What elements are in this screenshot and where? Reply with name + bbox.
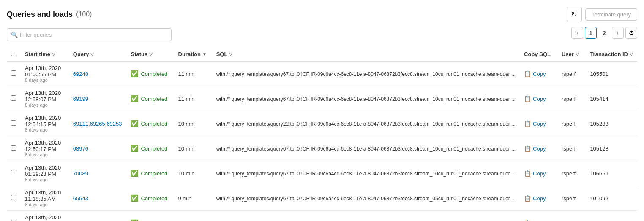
- start-time-cell: Apr 13th, 2020 12:54:15 PM 8 days ago: [21, 111, 69, 136]
- query-link[interactable]: 69111: [73, 121, 88, 127]
- search-input[interactable]: [7, 28, 172, 41]
- next-page-button[interactable]: ›: [612, 27, 624, 39]
- header-right: ↻ Terminate query: [567, 7, 637, 22]
- user-cell: rsperf: [557, 136, 586, 161]
- row-checkbox-2[interactable]: [11, 120, 16, 126]
- row-checkbox-5[interactable]: [11, 195, 16, 200]
- page-2-button[interactable]: 2: [598, 27, 610, 39]
- copy-sql-cell: 📋 Copy: [520, 186, 557, 211]
- copy-sql-cell: 📋 Copy: [520, 161, 557, 186]
- header-left: Queries and loads (100): [7, 10, 92, 19]
- copy-sql-button[interactable]: 📋 Copy: [524, 145, 546, 152]
- count-badge: (100): [76, 11, 92, 18]
- user-cell: rsperf: [557, 111, 586, 136]
- copy-sql-button[interactable]: 📋 Copy: [524, 170, 546, 177]
- table-row: Apr 13th, 2020 01:00:55 PM 8 days ago 69…: [7, 61, 637, 86]
- sql-text: with /* query_templates/query67.tpl.0 !C…: [216, 196, 516, 202]
- status-label: Completed: [141, 71, 167, 77]
- row-checkbox-3[interactable]: [11, 145, 16, 151]
- query-link[interactable]: 65543: [73, 195, 88, 202]
- start-time-filter-icon[interactable]: ▽: [52, 52, 55, 57]
- copy-sql-button[interactable]: 📋 Copy: [524, 95, 546, 102]
- copy-sql-cell: 📋 Copy: [520, 136, 557, 161]
- query-link[interactable]: 68976: [73, 146, 88, 152]
- query-link[interactable]: 69199: [73, 96, 88, 102]
- txn-id-cell: 105283: [586, 111, 637, 136]
- query-link[interactable]: 69253: [106, 121, 122, 127]
- terminate-query-button[interactable]: Terminate query: [585, 8, 637, 21]
- queries-table: Start time ▽ Query ▽ Status ▽: [7, 47, 637, 221]
- copy-label: Copy: [533, 170, 546, 177]
- row-checkbox-cell: [7, 211, 21, 221]
- pagination-row: ‹ 1 2 › ⚙: [571, 27, 637, 39]
- query-cell: 69111,69265,69253: [69, 111, 127, 136]
- query-link[interactable]: 69265: [90, 121, 105, 127]
- sql-cell: with /* query_templates/query67.tpl.0 !C…: [212, 136, 520, 161]
- refresh-button[interactable]: ↻: [567, 7, 582, 22]
- row-checkbox-cell: [7, 86, 21, 111]
- user-cell: rsperf: [557, 161, 586, 186]
- status-label: Completed: [141, 121, 167, 127]
- status-filter-icon[interactable]: ▽: [149, 52, 153, 57]
- status-cell: ✅ Completed: [126, 86, 174, 111]
- start-time-main: Apr 13th, 2020 01:00:55 PM: [25, 65, 65, 78]
- start-time-main: Apr 13th, 2020 12:40:30 PM: [25, 214, 65, 221]
- status-completed: ✅ Completed: [131, 170, 169, 177]
- start-time-relative: 8 days ago: [25, 78, 65, 83]
- start-time-main: Apr 13th, 2020 01:29:23 PM: [25, 164, 65, 177]
- user-filter-icon[interactable]: ▽: [576, 52, 579, 57]
- start-time-cell: Apr 13th, 2020 01:00:55 PM 8 days ago: [21, 61, 69, 86]
- copy-sql-cell: 📋 Copy: [520, 86, 557, 111]
- duration-cell: 9 min: [174, 186, 212, 211]
- sql-cell: with /* query_templates/query67.tpl.0 !C…: [212, 161, 520, 186]
- status-cell: ✅ Completed: [126, 211, 174, 221]
- table-row: Apr 13th, 2020 11:18:35 AM 8 days ago 65…: [7, 186, 637, 211]
- query-link[interactable]: 70089: [73, 170, 88, 177]
- table-row: Apr 13th, 2020 01:29:23 PM 8 days ago 70…: [7, 161, 637, 186]
- row-checkbox-1[interactable]: [11, 95, 16, 101]
- row-checkbox-cell: [7, 186, 21, 211]
- status-cell: ✅ Completed: [126, 161, 174, 186]
- copy-icon: 📋: [524, 195, 531, 202]
- row-checkbox-cell: [7, 61, 21, 86]
- col-status: Status ▽: [126, 47, 174, 61]
- select-all-checkbox[interactable]: [11, 51, 16, 56]
- copy-sql-button[interactable]: 📋 Copy: [524, 70, 546, 77]
- copy-sql-button[interactable]: 📋 Copy: [524, 120, 546, 127]
- sql-filter-icon[interactable]: ▽: [229, 52, 232, 57]
- start-time-main: Apr 13th, 2020 12:50:17 PM: [25, 140, 65, 152]
- status-cell: ✅ Completed: [126, 61, 174, 86]
- table-settings-button[interactable]: ⚙: [625, 27, 637, 39]
- status-label: Completed: [141, 96, 167, 102]
- col-user: User ▽: [557, 47, 586, 61]
- completed-icon: ✅: [131, 170, 139, 177]
- status-completed: ✅ Completed: [131, 219, 169, 221]
- row-checkbox-0[interactable]: [11, 70, 16, 76]
- user-cell: rsperf: [557, 61, 586, 86]
- row-checkbox-cell: [7, 111, 21, 136]
- copy-sql-cell: 📋 Copy: [520, 61, 557, 86]
- copy-sql-button[interactable]: 📋 Copy: [524, 195, 546, 202]
- completed-icon: ✅: [131, 70, 139, 78]
- sql-cell: with /* query_templates/query67.tpl.0 !C…: [212, 86, 520, 111]
- sql-text: with /* query_templates/query67.tpl.0 !C…: [216, 171, 516, 177]
- query-filter-icon[interactable]: ▽: [90, 52, 94, 57]
- txn-filter-icon[interactable]: ▽: [630, 52, 633, 57]
- status-label: Completed: [141, 170, 167, 177]
- start-time-relative: 8 days ago: [25, 152, 65, 157]
- copy-label: Copy: [533, 71, 546, 77]
- row-checkbox-4[interactable]: [11, 170, 16, 175]
- sql-text: with /* query_templates/query67.tpl.0 !C…: [216, 96, 516, 102]
- page-1-button[interactable]: 1: [585, 27, 597, 39]
- prev-page-button[interactable]: ‹: [571, 27, 583, 39]
- duration-sort-icon[interactable]: ▼: [202, 52, 207, 57]
- status-label: Completed: [141, 195, 167, 202]
- start-time-relative: 8 days ago: [25, 127, 65, 132]
- copy-label: Copy: [533, 195, 546, 202]
- query-link[interactable]: 69248: [73, 71, 88, 77]
- status-cell: ✅ Completed: [126, 136, 174, 161]
- sql-text: with /* query_templates/query67.tpl.0 !C…: [216, 71, 516, 77]
- start-time-main: Apr 13th, 2020 11:18:35 AM: [25, 189, 65, 202]
- completed-icon: ✅: [131, 95, 139, 102]
- copy-icon: 📋: [524, 170, 531, 177]
